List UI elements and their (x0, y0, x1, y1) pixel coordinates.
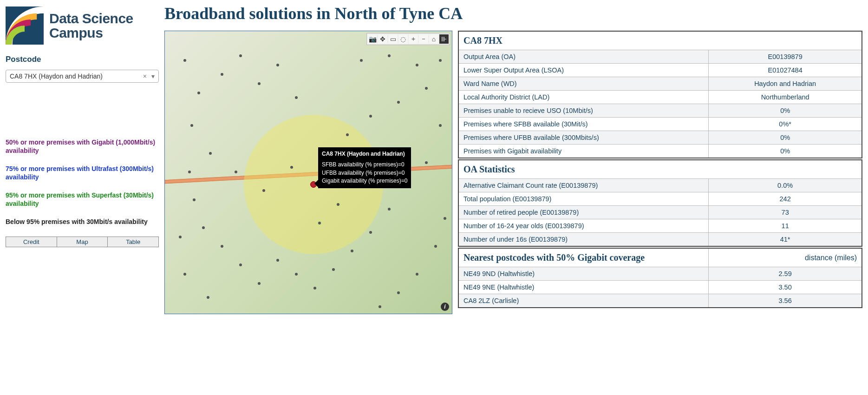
plotly-icon[interactable]: ⊪ (439, 34, 449, 44)
map-point[interactable] (183, 273, 186, 276)
map-point[interactable] (425, 87, 428, 90)
tooltip-line2: UFBB availability (% premises)=0 (322, 169, 407, 177)
row-value: 0% (709, 131, 862, 145)
row-label: Number of under 16s (E00139879) (458, 233, 709, 247)
home-icon[interactable]: ⌂ (429, 34, 438, 44)
map-point[interactable] (258, 82, 261, 85)
map-point[interactable] (425, 161, 428, 164)
postcode-table: CA8 7HX Output Area (OA)E00139879Lower S… (458, 31, 862, 158)
map-point[interactable] (276, 259, 279, 262)
brand-logo: Data Science Campus (6, 7, 159, 45)
chevron-down-icon[interactable]: ▾ (151, 72, 155, 80)
map-point[interactable] (295, 96, 298, 99)
row-value: 0%* (709, 118, 862, 131)
map-point[interactable] (369, 115, 372, 118)
box-select-icon[interactable]: ▭ (388, 34, 398, 44)
map-point[interactable] (262, 189, 265, 192)
tooltip-line3: Gigabit availability (% premises)=0 (322, 177, 407, 185)
row-label: Local Authority District (LAD) (458, 91, 709, 104)
map[interactable]: CA8 7HX (Haydon and Hadrian) SFBB availa… (164, 31, 452, 314)
camera-icon[interactable]: 📷 (368, 34, 377, 44)
map-point[interactable] (295, 273, 298, 276)
row-value: 3.50 (709, 281, 862, 294)
lasso-icon[interactable]: ◌ (398, 34, 408, 44)
map-point[interactable] (318, 222, 321, 224)
info-icon[interactable]: i (441, 303, 449, 311)
zoom-in-icon[interactable]: ＋ (409, 34, 418, 44)
zoom-out-icon[interactable]: － (419, 34, 428, 44)
map-point[interactable] (439, 124, 442, 127)
map-point[interactable] (397, 291, 400, 294)
map-point[interactable] (416, 273, 418, 276)
row-label: Number of retired people (E00139879) (458, 206, 709, 219)
row-label: Number of 16-24 year olds (E00139879) (458, 219, 709, 233)
map-point[interactable] (190, 124, 193, 127)
table-row: Premises where SFBB available (30Mit/s)0… (458, 118, 862, 131)
table-row: Local Authority District (LAD)Northumber… (458, 91, 862, 104)
table-row: NE49 9ND (Haltwhistle)2.59 (458, 267, 862, 281)
map-point[interactable] (258, 282, 261, 285)
nearest-header: Nearest postcodes with 50% Gigabit cover… (458, 248, 709, 267)
map-point[interactable] (388, 54, 391, 57)
table-row: Total population (E00139879)242 (458, 192, 862, 206)
map-point[interactable] (207, 296, 209, 299)
map-point[interactable] (188, 171, 191, 173)
row-value: 0.0% (709, 179, 862, 192)
map-point[interactable] (346, 133, 349, 136)
map-point[interactable] (360, 59, 363, 62)
map-point[interactable] (239, 54, 242, 57)
table-row: Alternative Claimant Count rate (E001398… (458, 179, 862, 192)
clear-icon[interactable]: × (143, 72, 147, 80)
table-row: Number of 16-24 year olds (E00139879)11 (458, 219, 862, 233)
tab-map[interactable]: Map (57, 237, 108, 247)
map-point[interactable] (193, 198, 196, 201)
map-point[interactable] (397, 101, 400, 104)
map-point[interactable] (179, 236, 182, 238)
map-point[interactable] (313, 287, 316, 290)
map-point[interactable] (439, 59, 442, 62)
map-point[interactable] (290, 166, 293, 169)
map-point[interactable] (416, 64, 418, 66)
map-point[interactable] (434, 245, 437, 248)
row-value: 0% (709, 145, 862, 158)
map-point[interactable] (351, 250, 353, 252)
map-point[interactable] (183, 59, 186, 62)
map-tooltip: CA8 7HX (Haydon and Hadrian) SFBB availa… (318, 147, 411, 188)
tab-credit[interactable]: Credit (6, 237, 57, 247)
map-point[interactable] (202, 226, 205, 229)
map-point[interactable] (221, 245, 223, 248)
map-point[interactable] (197, 92, 200, 94)
map-point[interactable] (332, 268, 335, 271)
map-point[interactable] (239, 263, 242, 266)
map-point[interactable] (444, 217, 446, 220)
table-row: CA8 2LZ (Carlisle)3.56 (458, 294, 862, 308)
tab-row: Credit Map Table (6, 237, 159, 247)
tab-table[interactable]: Table (108, 237, 159, 247)
map-point[interactable] (276, 64, 279, 66)
row-label: NE49 9NE (Haltwhistle) (458, 281, 709, 294)
map-point[interactable] (369, 231, 372, 234)
postcode-table-header: CA8 7HX (458, 31, 862, 50)
row-label: Alternative Claimant Count rate (E001398… (458, 179, 709, 192)
map-point[interactable] (379, 305, 381, 308)
row-value: 3.56 (709, 294, 862, 308)
row-label: Output Area (OA) (458, 50, 709, 64)
postcode-select[interactable]: CA8 7HX (Haydon and Hadrian) × ▾ (6, 70, 159, 83)
pan-icon[interactable]: ✥ (378, 34, 387, 44)
table-row: Premises unable to recieve USO (10Mbit/s… (458, 104, 862, 118)
row-value: 73 (709, 206, 862, 219)
postcode-value: CA8 7HX (Haydon and Hadrian) (10, 72, 103, 80)
map-point[interactable] (235, 171, 237, 173)
row-value: Haydon and Hadrian (709, 77, 862, 91)
brand-line1: Data Science (49, 11, 133, 26)
row-label: Premises where SFBB available (30Mit/s) (458, 118, 709, 131)
nearest-header-distance: distance (miles) (709, 248, 862, 267)
row-value: 11 (709, 219, 862, 233)
table-row: Output Area (OA)E00139879 (458, 50, 862, 64)
map-point[interactable] (337, 203, 339, 206)
row-label: Lower Super Output Area (LSOA) (458, 64, 709, 77)
map-point[interactable] (209, 152, 212, 155)
map-point[interactable] (221, 73, 223, 76)
legend-superfast: 95% or more premises with Superfast (30M… (6, 191, 159, 208)
map-point[interactable] (388, 208, 391, 211)
